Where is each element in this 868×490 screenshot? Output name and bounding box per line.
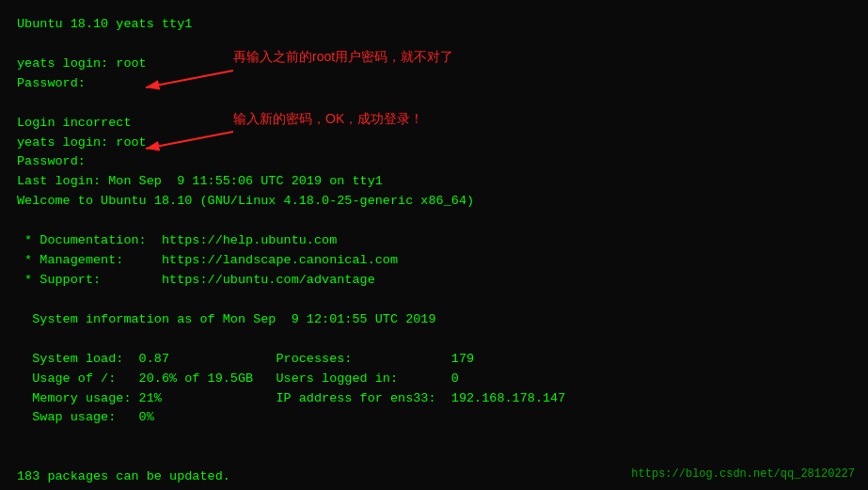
terminal-line-12: * Documentation: https://help.ubuntu.com — [17, 231, 851, 251]
watermark: https://blog.csdn.net/qq_28120227 — [631, 467, 855, 481]
terminal-line-19: Usage of /: 20.6% of 19.5GB Users logged… — [17, 370, 851, 389]
terminal-line-5 — [17, 94, 851, 114]
terminal-line-11 — [17, 212, 851, 231]
terminal-line-18: System load: 0.87 Processes: 179 — [17, 350, 851, 370]
terminal-line-17 — [17, 330, 851, 350]
terminal-line-3: yeats login: root — [17, 55, 851, 74]
terminal-line-9: Last login: Mon Sep 9 11:55:06 UTC 2019 … — [17, 172, 851, 192]
terminal-line-22 — [17, 428, 851, 448]
terminal-line-13: * Management: https://landscape.canonica… — [17, 251, 851, 271]
terminal-line-4: Password: — [17, 74, 851, 94]
terminal-line-20: Memory usage: 21% IP address for ens33: … — [17, 389, 851, 409]
terminal-line-1: Ubuntu 18.10 yeats tty1 — [17, 15, 851, 35]
terminal-line-6: Login incorrect — [17, 114, 851, 134]
terminal-line-15 — [17, 291, 851, 310]
terminal-line-8: Password: — [17, 152, 851, 172]
terminal-window: Ubuntu 18.10 yeats tty1 yeats login: roo… — [0, 0, 868, 490]
terminal-line-10: Welcome to Ubuntu 18.10 (GNU/Linux 4.18.… — [17, 192, 851, 212]
terminal-line-2 — [17, 35, 851, 55]
terminal-line-14: * Support: https://ubuntu.com/advantage — [17, 271, 851, 291]
terminal-line-7: yeats login: root — [17, 134, 851, 153]
terminal-line-16: System information as of Mon Sep 9 12:01… — [17, 310, 851, 330]
terminal-line-23 — [17, 448, 851, 467]
terminal-line-21: Swap usage: 0% — [17, 408, 851, 428]
